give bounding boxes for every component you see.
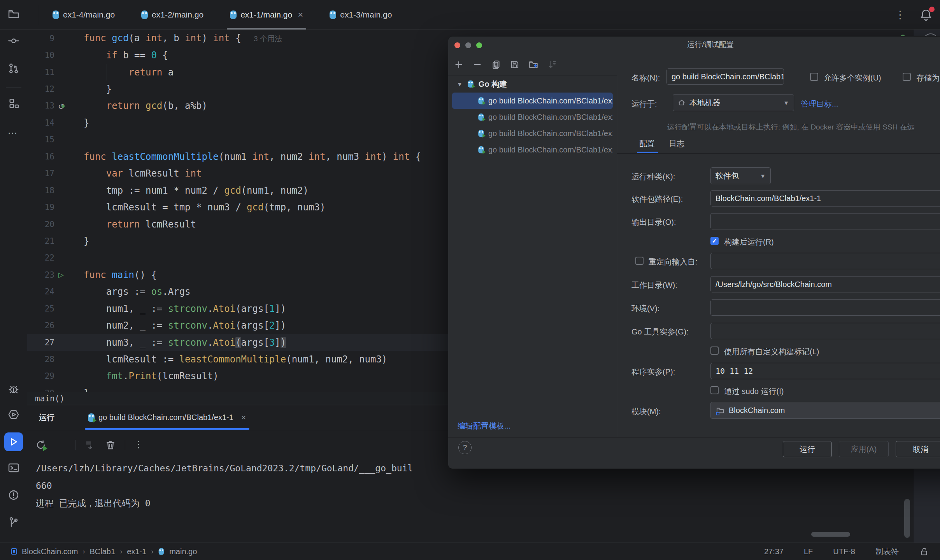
line-number[interactable]: 26 xyxy=(27,321,54,330)
sudo-checkbox[interactable] xyxy=(710,386,719,394)
close-tab-icon[interactable]: × xyxy=(298,10,303,19)
run-tool-window-icon[interactable] xyxy=(4,432,23,451)
rerun-icon[interactable] xyxy=(35,439,47,451)
more-options-icon[interactable]: ⋮ xyxy=(895,9,905,21)
breadcrumb-item[interactable]: BlockChain.com xyxy=(22,547,78,556)
tab-config[interactable]: 配置 xyxy=(639,138,655,149)
profiler-icon[interactable] xyxy=(7,408,20,421)
help-button[interactable]: ? xyxy=(458,441,472,454)
commit-icon[interactable] xyxy=(7,35,20,47)
apply-button[interactable]: 应用(A) xyxy=(839,441,889,457)
breadcrumb-item[interactable]: BClab1 xyxy=(90,547,116,556)
line-number[interactable]: 20 xyxy=(27,220,54,229)
env-input[interactable] xyxy=(710,299,940,316)
pkg-path-label: 软件包路径(E): xyxy=(631,194,683,205)
out-dir-input[interactable] xyxy=(710,213,940,229)
add-config-icon[interactable] xyxy=(454,60,464,70)
name-input[interactable]: go build BlockChain.com/BClab1/ex1-1 xyxy=(666,68,784,85)
line-number[interactable]: 21 xyxy=(27,236,54,246)
cancel-button[interactable]: 取消 xyxy=(896,441,940,457)
notifications-bell-icon[interactable] xyxy=(919,8,933,22)
pkg-path-input[interactable]: BlockChain.com/BClab1/ex1-1 xyxy=(710,190,940,206)
run-line-icon[interactable]: ▷ xyxy=(58,270,64,279)
copy-config-icon[interactable] xyxy=(491,60,501,70)
encoding[interactable]: UTF-8 xyxy=(833,547,855,556)
structure-icon[interactable] xyxy=(7,97,20,110)
work-dir-input[interactable]: /Users/lzh/go/src/BlockChain.com xyxy=(710,276,940,292)
go-args-input[interactable] xyxy=(710,323,940,339)
clear-console-icon[interactable] xyxy=(105,439,116,451)
line-number[interactable]: 25 xyxy=(27,304,54,313)
sort-configs-icon[interactable] xyxy=(547,60,557,70)
run-panel-more-icon[interactable]: ⋮ xyxy=(134,439,146,451)
module-dropdown[interactable]: BlockChain.com xyxy=(710,402,940,419)
caret-position[interactable]: 27:37 xyxy=(764,547,784,556)
config-tree-item[interactable]: go build BlockChain.com/BClab1/ex1-4 xyxy=(452,142,613,158)
line-number[interactable]: 18 xyxy=(27,186,54,195)
close-run-tab-icon[interactable]: × xyxy=(241,413,246,423)
new-folder-icon[interactable] xyxy=(528,60,538,70)
debug-icon[interactable] xyxy=(7,383,20,395)
redirect-input-checkbox[interactable] xyxy=(635,257,644,265)
line-number[interactable]: 22 xyxy=(27,253,54,262)
recursive-call-icon[interactable]: ↺ xyxy=(58,101,64,110)
editor-tab[interactable]: ex1-1/main.go× xyxy=(217,0,316,30)
line-number[interactable]: 24 xyxy=(27,287,54,296)
line-number[interactable]: 16 xyxy=(27,152,54,161)
indent-style[interactable]: 制表符 xyxy=(875,546,899,557)
run-on-dropdown[interactable]: 本地机器 ▼ xyxy=(673,94,794,111)
config-tree-item[interactable]: go build BlockChain.com/BClab1/ex1-3 xyxy=(452,125,613,142)
scroll-to-end-icon[interactable] xyxy=(84,439,96,451)
line-number[interactable]: 11 xyxy=(27,68,54,77)
editor-tab[interactable]: ex1-2/main.go xyxy=(128,0,217,30)
more-tool-windows-icon[interactable]: … xyxy=(7,124,20,137)
line-number[interactable]: 27 xyxy=(27,338,54,347)
run-config-tab[interactable]: go build BlockChain.com/BClab1/ex1-1 × xyxy=(85,405,249,430)
redirect-input-field[interactable] xyxy=(710,253,940,269)
project-tool-window-icon[interactable] xyxy=(7,8,20,20)
remove-config-icon[interactable] xyxy=(472,60,482,70)
editor-tab[interactable]: ex1-4/main.go xyxy=(39,0,128,30)
line-number[interactable]: 28 xyxy=(27,355,54,364)
run-after-build-checkbox[interactable]: ✓ xyxy=(710,237,719,245)
line-number[interactable]: 29 xyxy=(27,371,54,381)
run-kind-dropdown[interactable]: 软件包 ▼ xyxy=(710,167,771,184)
git-branch-icon[interactable] xyxy=(7,516,20,528)
store-as-checkbox[interactable] xyxy=(903,73,911,81)
line-number[interactable]: 17 xyxy=(27,169,54,178)
line-number[interactable]: 10 xyxy=(27,51,54,60)
breadcrumb-separator: › xyxy=(151,548,153,556)
pull-requests-icon[interactable] xyxy=(7,62,20,75)
breadcrumb-item[interactable]: main.go xyxy=(169,547,197,556)
manage-targets-link[interactable]: 管理目标... xyxy=(801,99,838,109)
unlock-icon[interactable] xyxy=(919,546,929,556)
line-number[interactable]: 15 xyxy=(27,135,54,144)
save-config-icon[interactable] xyxy=(510,60,520,70)
line-number[interactable]: 19 xyxy=(27,203,54,212)
problems-icon[interactable] xyxy=(7,489,20,501)
allow-multiple-checkbox[interactable] xyxy=(810,73,818,81)
config-tree-item[interactable]: go build BlockChain.com/BClab1/ex1-2 xyxy=(452,109,613,125)
chevron-down-icon[interactable]: ▼ xyxy=(457,81,463,88)
stop-icon[interactable] xyxy=(55,439,67,451)
config-group-row[interactable]: ▼ Go 构建 xyxy=(448,75,617,93)
line-number[interactable]: 12 xyxy=(27,84,54,94)
prog-args-input[interactable]: 10 11 12 xyxy=(710,363,940,379)
run-button[interactable]: 运行 xyxy=(783,441,832,457)
line-number[interactable]: 9 xyxy=(27,34,54,43)
run-kind-value: 软件包 xyxy=(716,171,739,181)
line-number[interactable]: 23 xyxy=(27,270,54,280)
config-tree-item[interactable]: go build BlockChain.com/BClab1/ex1-1 xyxy=(452,93,613,109)
tab-logs[interactable]: 日志 xyxy=(669,138,684,149)
vertical-scrollbar[interactable] xyxy=(904,499,910,538)
line-number[interactable]: 13 xyxy=(27,101,54,110)
line-number[interactable]: 14 xyxy=(27,118,54,128)
home-icon xyxy=(678,99,686,107)
edit-config-templates-link[interactable]: 编辑配置模板... xyxy=(458,421,511,431)
line-ending[interactable]: LF xyxy=(804,547,813,556)
horizontal-scrollbar[interactable] xyxy=(811,532,850,537)
breadcrumb-item[interactable]: ex1-1 xyxy=(127,547,146,556)
build-tags-checkbox[interactable] xyxy=(710,346,719,355)
terminal-icon[interactable] xyxy=(7,462,20,474)
editor-tab[interactable]: ex1-3/main.go xyxy=(316,0,405,30)
